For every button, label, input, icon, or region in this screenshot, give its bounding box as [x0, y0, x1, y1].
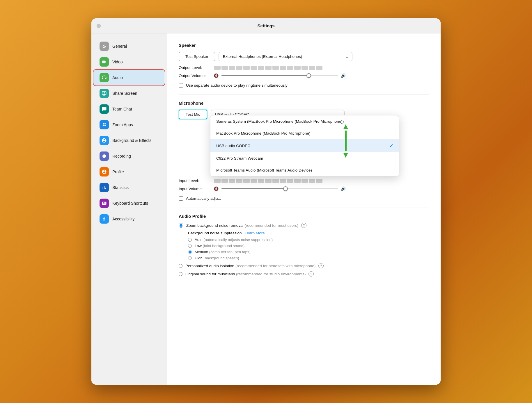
- sidebar-label-general: General: [112, 44, 127, 49]
- noise-auto-row: Auto (automatically adjusts noise suppre…: [188, 238, 429, 242]
- input-volume-slider[interactable]: [221, 188, 338, 189]
- output-level-bars: [214, 66, 322, 70]
- output-level-row: Output Level:: [179, 65, 429, 70]
- test-mic-button[interactable]: Test Mic: [179, 110, 207, 119]
- sidebar-item-video[interactable]: Video: [94, 54, 164, 69]
- original-sound-label: Original sound for musicians (recommende…: [185, 272, 306, 276]
- original-sound-radio[interactable]: [179, 272, 182, 276]
- noise-high-radio[interactable]: [188, 256, 192, 260]
- share-screen-icon: [100, 89, 109, 98]
- speaker-device-select[interactable]: External Headphones (External Headphones…: [219, 52, 352, 61]
- level-bar-13: [302, 66, 308, 70]
- sidebar-label-keyboard-shortcuts: Keyboard Shortcuts: [112, 201, 148, 206]
- in-level-bar-2: [221, 179, 228, 183]
- input-level-label: Input Level:: [179, 179, 211, 183]
- noise-high-label: High (background speech): [195, 256, 239, 260]
- personalized-help-icon[interactable]: ?: [318, 263, 324, 268]
- dropdown-item-0[interactable]: Same as System (MacBook Pro Microphone (…: [210, 115, 399, 127]
- microphone-section-title: Microphone: [179, 101, 429, 106]
- original-sound-row: Original sound for musicians (recommende…: [179, 271, 429, 277]
- zoom-bg-noise-radio[interactable]: [179, 223, 183, 228]
- input-volume-label: Input Volume:: [179, 187, 211, 191]
- keyboard-shortcuts-icon: [100, 199, 109, 208]
- input-level-row: Input Level:: [179, 179, 429, 183]
- sidebar-item-recording[interactable]: Recording: [94, 149, 164, 164]
- traffic-light-close[interactable]: [97, 24, 101, 28]
- noise-auto-radio[interactable]: [188, 238, 192, 242]
- personalized-audio-radio[interactable]: [179, 264, 182, 268]
- sidebar-item-zoom-apps[interactable]: Zoom Apps: [94, 117, 164, 132]
- in-level-bar-12: [294, 179, 301, 183]
- zoom-apps-icon: [100, 120, 109, 129]
- title-bar: Settings: [91, 18, 441, 33]
- noise-high-row: High (background speech): [188, 256, 429, 260]
- in-level-bar-10: [280, 179, 286, 183]
- sidebar-label-share-screen: Share Screen: [112, 91, 137, 96]
- dropdown-item-1[interactable]: MacBook Pro Microphone (MacBook Pro Micr…: [210, 127, 399, 139]
- svg-point-5: [104, 217, 105, 218]
- audio-profile-section: Audio Profile Zoom background noise remo…: [179, 214, 429, 277]
- team-chat-icon: [100, 104, 109, 114]
- speaker-device-wrapper: External Headphones (External Headphones…: [219, 52, 352, 61]
- in-level-bar-1: [214, 179, 221, 183]
- personalized-audio-label: Personalized audio isolation (recommende…: [185, 264, 315, 268]
- sidebar-item-keyboard-shortcuts[interactable]: Keyboard Shortcuts: [94, 196, 164, 211]
- speaker-row: Test Speaker External Headphones (Extern…: [179, 52, 429, 61]
- sidebar-item-accessibility[interactable]: Accessibility: [94, 211, 164, 227]
- sidebar-item-team-chat[interactable]: Team Chat: [94, 101, 164, 117]
- noise-medium-radio[interactable]: [188, 250, 192, 254]
- output-volume-slider[interactable]: [221, 75, 338, 76]
- sidebar-label-audio: Audio: [112, 75, 123, 80]
- sidebar-label-video: Video: [112, 60, 123, 64]
- original-sound-help-icon[interactable]: ?: [308, 271, 314, 277]
- level-bar-14: [309, 66, 315, 70]
- dropdown-item-4-label: Microsoft Teams Audio (Microsoft Teams A…: [216, 168, 312, 172]
- zoom-bg-noise-help-icon[interactable]: ?: [301, 223, 306, 228]
- dropdown-item-2[interactable]: USB audio CODEC ✓: [210, 139, 399, 152]
- level-bar-5: [243, 66, 250, 70]
- output-volume-label: Output Volume:: [179, 74, 211, 78]
- sidebar-label-profile: Profile: [112, 170, 124, 174]
- sidebar-item-background-effects[interactable]: Background & Effects: [94, 133, 164, 148]
- level-bar-9: [272, 66, 279, 70]
- svg-point-4: [102, 154, 106, 158]
- level-bar-10: [280, 66, 286, 70]
- dropdown-item-4[interactable]: Microsoft Teams Audio (Microsoft Teams A…: [210, 164, 399, 176]
- level-bar-12: [294, 66, 301, 70]
- slider-thumb[interactable]: [306, 73, 311, 78]
- sidebar-item-general[interactable]: ⚙ General: [94, 39, 164, 54]
- sidebar-item-audio[interactable]: Audio: [94, 70, 164, 85]
- arrow-up-indicator: ▲: [342, 122, 350, 131]
- sidebar-item-statistics[interactable]: Statistics: [94, 180, 164, 195]
- auto-adjust-checkbox[interactable]: [179, 196, 183, 201]
- video-icon: [100, 57, 109, 67]
- in-level-bar-4: [236, 179, 242, 183]
- dropdown-item-2-label: USB audio CODEC: [216, 144, 250, 148]
- microphone-section: Microphone Test Mic USB audio CODEC ▲ ▼: [179, 101, 429, 119]
- sidebar-item-share-screen[interactable]: Share Screen: [94, 86, 164, 101]
- dropdown-item-3-label: C922 Pro Stream Webcam: [216, 156, 263, 161]
- in-level-bar-15: [316, 179, 322, 183]
- dropdown-item-3[interactable]: C922 Pro Stream Webcam: [210, 152, 399, 164]
- svg-point-2: [103, 125, 104, 126]
- sidebar-label-zoom-apps: Zoom Apps: [112, 122, 133, 127]
- in-level-bar-9: [272, 179, 279, 183]
- learn-more-link[interactable]: Learn More: [245, 231, 265, 235]
- test-speaker-button[interactable]: Test Speaker: [179, 52, 215, 61]
- microphone-dropdown-menu[interactable]: Same as System (MacBook Pro Microphone (…: [210, 115, 399, 176]
- divider-1: [179, 94, 429, 95]
- accessibility-icon: [100, 214, 109, 224]
- in-level-bar-8: [265, 179, 272, 183]
- noise-low-row: Low (faint background sound): [188, 244, 429, 248]
- ringtone-checkbox[interactable]: [179, 83, 183, 88]
- sidebar-label-recording: Recording: [112, 154, 131, 158]
- auto-adjust-label: Automatically adju...: [186, 196, 221, 201]
- noise-low-label: Low (faint background sound): [195, 244, 244, 248]
- noise-low-radio[interactable]: [188, 244, 192, 248]
- input-level-bars: [214, 179, 322, 183]
- noise-medium-row: Medium (computer fan, pen taps): [188, 250, 429, 254]
- sidebar-item-profile[interactable]: Profile: [94, 164, 164, 179]
- sidebar-label-background-effects: Background & Effects: [112, 138, 151, 143]
- audio-profile-title: Audio Profile: [179, 214, 429, 219]
- input-slider-thumb[interactable]: [283, 186, 288, 191]
